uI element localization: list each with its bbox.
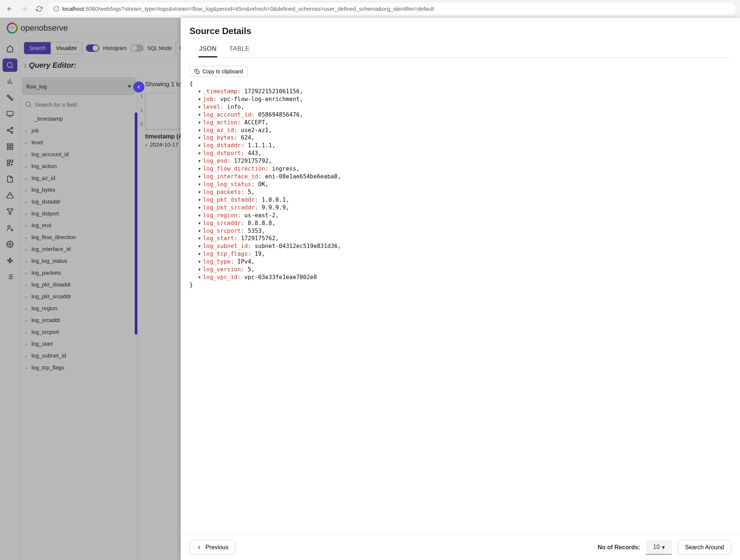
field-item[interactable]: ⌄log_flow_direction bbox=[20, 231, 137, 243]
json-line[interactable]: ▾log_log_status: OK, bbox=[190, 181, 731, 188]
field-item[interactable]: ⌄log_start bbox=[20, 338, 137, 349]
json-line[interactable]: ▾log_bytes: 624, bbox=[190, 134, 731, 142]
field-item[interactable]: ⌄log_packets bbox=[20, 266, 137, 278]
mode-visualize[interactable]: Visualize bbox=[51, 42, 82, 54]
json-line[interactable]: ▾log_vpc_id: vpc-03e33fe1eae7002e8 bbox=[190, 274, 731, 281]
field-item[interactable]: ⌄log_account_id bbox=[20, 148, 137, 160]
json-line[interactable]: ▾log_subnet_id: subnet-04312ec519e831d36… bbox=[190, 242, 731, 250]
json-line[interactable]: ▾log_dstaddr: 1.1.1.1, bbox=[190, 142, 731, 150]
nav-alerts[interactable] bbox=[3, 189, 17, 202]
field-item[interactable]: ⌄log_az_id bbox=[20, 172, 137, 184]
json-line[interactable]: ▾level: info, bbox=[190, 103, 731, 111]
sql-toggle[interactable] bbox=[130, 44, 144, 52]
nav-reports[interactable] bbox=[3, 172, 17, 186]
tab-json[interactable]: JSON bbox=[198, 41, 217, 57]
collapse-sidebar-button[interactable] bbox=[133, 81, 144, 93]
field-item[interactable]: ⌄job bbox=[20, 124, 137, 136]
json-value: ingress, bbox=[272, 165, 300, 173]
field-item[interactable]: ⌄log_log_status bbox=[20, 255, 137, 266]
reload-button[interactable] bbox=[34, 4, 44, 14]
json-value: 1.0.0.1, bbox=[262, 196, 289, 204]
nav-slack[interactable] bbox=[3, 254, 17, 267]
back-button[interactable] bbox=[4, 4, 15, 14]
json-line[interactable]: ▾log_account_id: 058694856476, bbox=[190, 111, 731, 119]
field-item[interactable]: ⌄level bbox=[20, 136, 137, 148]
nav-functions[interactable] bbox=[3, 205, 17, 218]
nav-rum[interactable] bbox=[3, 107, 17, 121]
json-line[interactable]: ▾log_dstport: 443, bbox=[190, 150, 731, 157]
nav-search[interactable] bbox=[3, 58, 17, 72]
field-item[interactable]: ⌄log_tcp_flags bbox=[20, 361, 137, 373]
nav-settings[interactable] bbox=[3, 238, 17, 251]
caret-icon: ▾ bbox=[196, 165, 203, 173]
json-line[interactable]: ▾log_tcp_flags: 19, bbox=[190, 250, 731, 258]
json-line[interactable]: ▾log_region: us-east-2, bbox=[190, 212, 731, 219]
nav-iam[interactable] bbox=[3, 221, 17, 235]
field-item[interactable]: ⌄log_bytes bbox=[20, 184, 137, 195]
json-line[interactable]: ▾log_az_id: use2-az1, bbox=[190, 127, 731, 134]
json-line[interactable]: ▾job: vpc-flow-log-enrichment, bbox=[190, 95, 731, 103]
nav-streams[interactable] bbox=[3, 156, 17, 170]
copy-to-clipboard-button[interactable]: Copy to clipboard bbox=[190, 66, 248, 77]
field-item[interactable]: ⌄log_dstport bbox=[20, 207, 137, 219]
json-line[interactable]: ▾log_start: 1729175762, bbox=[190, 235, 731, 242]
nav-traces[interactable] bbox=[3, 91, 17, 104]
nav-pipelines[interactable] bbox=[3, 124, 17, 137]
json-line[interactable]: ▾log_srcaddr: 8.8.8.8, bbox=[190, 219, 731, 227]
source-details-drawer: Source Details JSON TABLE Copy to clipbo… bbox=[181, 18, 740, 560]
field-item[interactable]: ⌄log_action bbox=[20, 160, 137, 172]
json-key: log_az_id: bbox=[203, 127, 237, 134]
json-line[interactable]: ▾log_packets: 5, bbox=[190, 188, 731, 196]
field-item[interactable]: ⌄log_subnet_id bbox=[20, 349, 137, 361]
json-line[interactable]: ▾_timestamp: 1729221521061156, bbox=[190, 88, 731, 95]
field-item[interactable]: ⌄log_dstaddr bbox=[20, 195, 137, 207]
forward-button[interactable] bbox=[19, 4, 30, 14]
json-body[interactable]: {▾_timestamp: 1729221521061156,▾job: vpc… bbox=[181, 78, 740, 534]
url-path: :5080/web/logs?stream_type=logs&stream=f… bbox=[84, 6, 434, 12]
nav-dashboards[interactable] bbox=[3, 140, 17, 153]
nav-home[interactable] bbox=[3, 42, 17, 56]
chevron-down-icon: ⌄ bbox=[24, 162, 29, 169]
json-line[interactable]: ▾log_srcport: 5353, bbox=[190, 227, 731, 235]
field-item[interactable]: ⌄log_region bbox=[20, 302, 137, 314]
nav-rail bbox=[0, 38, 20, 560]
logo-mark-icon: 〰 bbox=[7, 23, 18, 34]
caret-icon: ▾ bbox=[196, 188, 203, 196]
field-item[interactable]: ⌄log_interface_id bbox=[20, 243, 137, 255]
bar-chart-icon bbox=[6, 78, 14, 85]
search-around-button[interactable]: Search Around bbox=[678, 540, 731, 555]
field-item[interactable]: ⌄log_srcport bbox=[20, 326, 137, 338]
json-line[interactable]: ▾log_interface_id: eni-08e1ae654be6eaba8… bbox=[190, 173, 731, 181]
chevron-down-icon: ⌄ bbox=[24, 281, 29, 288]
mode-search[interactable]: Search bbox=[24, 42, 51, 54]
field-item[interactable]: _timestamp bbox=[20, 113, 137, 124]
field-name: log_pkt_dstaddr bbox=[31, 281, 71, 288]
json-line[interactable]: ▾log_pkt_srcaddr: 9.9.9.9, bbox=[190, 204, 731, 212]
json-line[interactable]: ▾log_action: ACCEPT, bbox=[190, 119, 731, 127]
search-icon bbox=[25, 101, 32, 108]
search-icon bbox=[6, 61, 14, 69]
json-line[interactable]: ▾log_type: IPv4, bbox=[190, 258, 731, 266]
json-line[interactable]: ▾log_flow_direction: ingress, bbox=[190, 165, 731, 173]
tab-table[interactable]: TABLE bbox=[228, 41, 250, 57]
logo[interactable]: 〰 openobserve bbox=[7, 23, 68, 34]
caret-icon: ▾ bbox=[196, 196, 203, 204]
nav-list[interactable] bbox=[3, 270, 17, 284]
json-line[interactable]: ▾log_end: 1729175792, bbox=[190, 157, 731, 165]
previous-button[interactable]: Previous bbox=[190, 540, 235, 555]
field-item[interactable]: ⌄log_pkt_dstaddr bbox=[20, 278, 137, 290]
scrollbar[interactable] bbox=[135, 113, 137, 335]
field-item[interactable]: ⌄log_end bbox=[20, 219, 137, 231]
field-search-input[interactable] bbox=[35, 101, 132, 108]
url-bar[interactable]: localhost:5080/web/logs?stream_type=logs… bbox=[49, 3, 736, 15]
json-line[interactable]: ▾log_version: 5, bbox=[190, 266, 731, 274]
stream-select[interactable]: flow_log ▾ bbox=[22, 78, 135, 95]
nrec-select[interactable]: 10 ▾ bbox=[646, 540, 672, 555]
field-item[interactable]: ⌄log_srcaddr bbox=[20, 314, 137, 326]
histogram-toggle[interactable] bbox=[86, 44, 99, 52]
chevron-down-icon: ⌄ bbox=[24, 352, 29, 359]
field-list[interactable]: _timestamp⌄job⌄level⌄log_account_id⌄log_… bbox=[20, 113, 137, 560]
json-line[interactable]: ▾log_pkt_dstaddr: 1.0.0.1, bbox=[190, 196, 731, 204]
field-item[interactable]: ⌄log_pkt_srcaddr bbox=[20, 290, 137, 302]
nav-metrics[interactable] bbox=[3, 75, 17, 88]
